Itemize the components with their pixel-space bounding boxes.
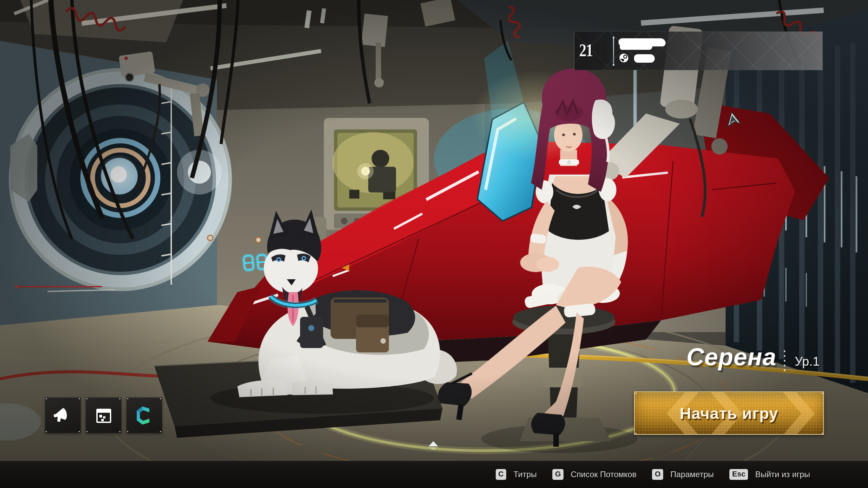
browser-window-icon: [93, 405, 115, 426]
panel-diamond-pattern: [574, 32, 823, 70]
character-level: Ур.1: [795, 354, 820, 369]
announcements-button[interactable]: [45, 398, 81, 433]
player-info-panel[interactable]: 21: [574, 32, 823, 70]
start-game-label: Начать игру: [635, 404, 823, 423]
keycap-g: G: [552, 469, 564, 480]
character-name: Серена: [686, 343, 776, 371]
button-corner-marks: [46, 398, 47, 399]
panel-divider: [613, 38, 614, 65]
creators-button[interactable]: [126, 398, 162, 433]
player-level: 21: [579, 40, 592, 60]
player-name-masked: [620, 44, 652, 50]
quick-buttons: [45, 398, 162, 433]
button-corner-marks: [86, 398, 87, 399]
steam-icon: [619, 53, 629, 63]
hotkey-bar: C Титры G Список Потомков O Параметры Es…: [0, 461, 868, 488]
megaphone-icon: [52, 405, 74, 426]
steam-id-masked: [634, 54, 655, 63]
mouse-cursor: [726, 111, 742, 128]
keycap-c: C: [496, 469, 507, 480]
button-corner-marks: [127, 398, 128, 399]
hotkey-descendant-list[interactable]: G Список Потомков: [552, 469, 636, 480]
level-gauge-bar: [598, 44, 603, 62]
button-corner-marks: [635, 393, 636, 394]
events-button[interactable]: [86, 398, 121, 433]
game-screen: 21 Серена Ур.1 Начать игру: [0, 0, 868, 488]
hotkey-credits[interactable]: C Титры: [496, 469, 537, 480]
chevron-up-icon[interactable]: [429, 441, 438, 446]
hotkey-exit-game[interactable]: Esc Выйти из игры: [729, 469, 810, 480]
name-level-divider: [784, 350, 785, 371]
creators-c-logo-icon: [133, 404, 156, 427]
keycap-o: O: [652, 469, 663, 480]
hotkey-options[interactable]: O Параметры: [652, 469, 714, 480]
start-game-button[interactable]: Начать игру: [634, 391, 824, 435]
keycap-esc: Esc: [729, 469, 748, 480]
